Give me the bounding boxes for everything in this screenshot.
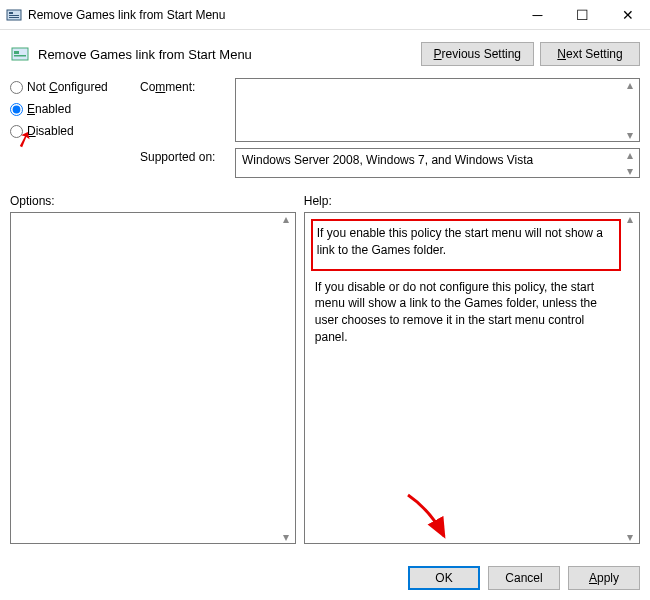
title-bar: Remove Games link from Start Menu ─ ☐ ✕ [0,0,650,30]
close-button[interactable]: ✕ [605,0,650,30]
apply-button[interactable]: Apply [568,566,640,590]
comment-textarea[interactable]: ▴▾ [235,78,640,142]
header-row: Remove Games link from Start Menu Previo… [0,30,650,74]
svg-rect-1 [9,12,13,14]
supported-textbox: Windows Server 2008, Windows 7, and Wind… [235,148,640,178]
svg-rect-6 [14,55,26,57]
radio-enabled-input[interactable] [10,103,23,116]
supported-row: Supported on: Windows Server 2008, Windo… [140,148,640,178]
policy-icon [10,44,30,64]
help-paragraph-1: If you enable this policy the start menu… [317,226,603,257]
radio-disabled[interactable]: Disabled [10,124,140,138]
options-label: Options: [10,194,296,208]
help-panel[interactable]: If you enable this policy the start menu… [304,212,640,544]
radio-disabled-label: Disabled [27,124,74,138]
fields-column: Comment: ▴▾ Supported on: Windows Server… [140,78,640,184]
radio-not-configured[interactable]: Not Configured [10,80,140,94]
radio-not-configured-input[interactable] [10,81,23,94]
next-setting-button[interactable]: Next Setting [540,42,640,66]
supported-value: Windows Server 2008, Windows 7, and Wind… [242,153,533,167]
lower-panels: Options: ▴▾ Help: If you enable this pol… [0,184,650,544]
config-area: Not Configured Enabled Disabled Comment:… [0,74,650,184]
app-icon [6,7,22,23]
supported-label: Supported on: [140,148,235,178]
state-radio-group: Not Configured Enabled Disabled [10,78,140,184]
dialog-footer: OK Cancel Apply [408,566,640,590]
help-label: Help: [304,194,640,208]
minimize-button[interactable]: ─ [515,0,560,30]
svg-rect-3 [9,17,19,18]
window-controls: ─ ☐ ✕ [515,0,650,30]
policy-title: Remove Games link from Start Menu [38,47,415,62]
radio-not-configured-label: Not Configured [27,80,108,94]
help-paragraph-2: If you disable or do not configure this … [311,277,621,348]
comment-row: Comment: ▴▾ [140,78,640,142]
help-column: Help: If you enable this policy the star… [304,194,640,544]
radio-enabled[interactable]: Enabled [10,102,140,116]
comment-label: Comment: [140,78,235,142]
ok-button[interactable]: OK [408,566,480,590]
cancel-button[interactable]: Cancel [488,566,560,590]
radio-enabled-label: Enabled [27,102,71,116]
previous-setting-button[interactable]: Previous Setting [421,42,534,66]
supported-scroll[interactable]: ▴▾ [623,151,637,175]
maximize-button[interactable]: ☐ [560,0,605,30]
svg-rect-2 [9,15,19,16]
help-highlight-box: If you enable this policy the start menu… [311,219,621,271]
comment-scroll[interactable]: ▴▾ [623,81,637,139]
options-panel[interactable]: ▴▾ [10,212,296,544]
window-title: Remove Games link from Start Menu [28,8,515,22]
options-column: Options: ▴▾ [10,194,296,544]
radio-disabled-input[interactable] [10,125,23,138]
options-scroll[interactable]: ▴▾ [279,215,293,541]
help-scroll[interactable]: ▴▾ [623,215,637,541]
svg-rect-5 [14,51,19,54]
